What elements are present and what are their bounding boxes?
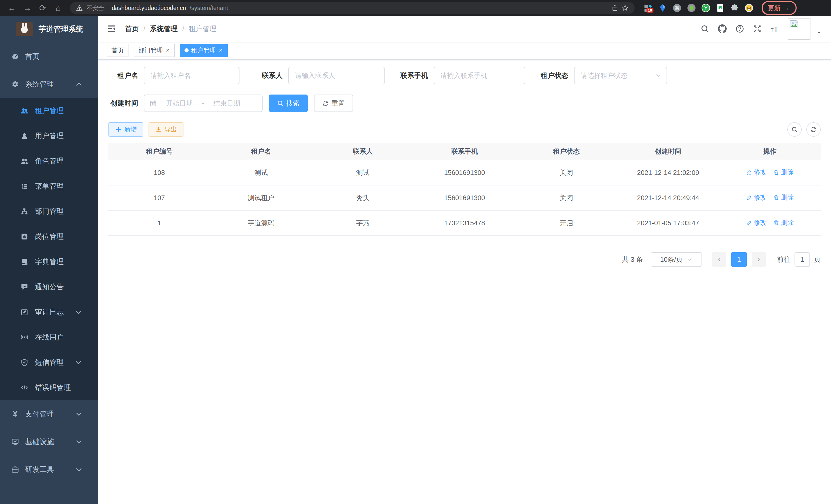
page-size-select[interactable]: 10条/页 (651, 252, 702, 267)
tab-租户管理[interactable]: 租户管理× (180, 44, 228, 57)
docs-glyph (716, 4, 725, 12)
search-icon (700, 24, 709, 33)
sidebar-item-岗位管理[interactable]: 岗位管理 (0, 224, 98, 249)
avatar-caret-down-icon[interactable] (816, 30, 822, 35)
refresh-table-button[interactable] (806, 122, 821, 137)
navbar-search-button[interactable] (700, 24, 709, 33)
next-page-button[interactable]: › (752, 252, 766, 267)
add-button[interactable]: 新增 (109, 122, 143, 137)
breadcrumb-separator: / (182, 25, 184, 33)
sidebar-item-角色管理[interactable]: 角色管理 (0, 148, 98, 174)
tab-close-icon[interactable]: × (166, 47, 170, 53)
sidebar-item-用户管理[interactable]: 用户管理 (0, 123, 98, 148)
export-button[interactable]: 导出 (148, 122, 183, 137)
breadcrumb-item[interactable]: 首页 (125, 24, 139, 33)
sidebar-item-在线用户[interactable]: 在线用户 (0, 325, 98, 350)
navbar-help-button[interactable] (736, 24, 744, 33)
sidebar-item-错误码管理[interactable]: 错误码管理 (0, 375, 98, 400)
sidebar-item-字典管理[interactable]: 字典管理 (0, 249, 98, 274)
edit-link[interactable]: 修改 (746, 193, 767, 202)
mobile-input[interactable] (434, 67, 525, 84)
browser-menu-icon[interactable]: ⋮ (785, 5, 791, 11)
cell-mobile: 15601691300 (414, 185, 515, 210)
breadcrumb: 首页/系统管理/租户管理 (125, 24, 217, 33)
navbar-github-button[interactable] (718, 24, 727, 33)
sidebar-item-基础设施[interactable]: 基础设施 (0, 428, 98, 456)
not-secure-warning-icon (76, 5, 83, 11)
app-title: 芋道管理系统 (38, 24, 83, 34)
delete-link[interactable]: 删除 (773, 168, 794, 176)
tab-close-icon[interactable]: × (219, 47, 223, 53)
show-search-toggle-button[interactable] (787, 122, 802, 137)
extension-record-icon[interactable] (687, 4, 696, 12)
browser-home-button[interactable]: ⌂ (51, 1, 65, 14)
cell-actions: 修改删除 (719, 210, 821, 236)
breadcrumb-item[interactable]: 系统管理 (150, 24, 178, 33)
address-bar[interactable]: 不安全 dashboard.yudao.iocoder.cn/system/te… (70, 2, 635, 14)
reset-button[interactable]: 重置 (314, 94, 353, 112)
sidebar-item-通知公告[interactable]: 通知公告 (0, 274, 98, 299)
browser-update-button[interactable]: 更新 ⋮ (762, 1, 797, 15)
browser-reload-button[interactable]: ⟳ (36, 1, 49, 14)
plus-icon (115, 126, 122, 133)
sidebar-item-短信管理[interactable]: 短信管理 (0, 350, 98, 375)
cell-created: 2021-01-05 17:03:47 (617, 210, 719, 236)
sidebar-item-研发工具[interactable]: 研发工具 (0, 456, 98, 483)
cell-mobile: 15601691300 (414, 160, 515, 185)
extension-grid-icon[interactable]: 10 (644, 4, 653, 12)
extension-emoji-icon[interactable] (745, 4, 753, 12)
start-date-input[interactable] (160, 99, 199, 108)
navbar-fullscreen-button[interactable] (753, 24, 762, 33)
sidebar-item-首页[interactable]: 首页 (0, 42, 98, 70)
sidebar-item-租户管理[interactable]: 租户管理 (0, 98, 98, 123)
tab-首页[interactable]: 首页 (107, 44, 128, 57)
breadcrumb-item[interactable]: 租户管理 (189, 24, 217, 33)
org-icon (21, 208, 28, 215)
edit-link[interactable]: 修改 (746, 168, 767, 176)
extension-kite-icon[interactable] (658, 4, 667, 12)
extension-puzzle-icon[interactable] (730, 4, 739, 12)
browser-forward-button[interactable]: → (21, 1, 34, 14)
tenant-name-input[interactable] (144, 67, 239, 84)
navbar-fontsize-button[interactable] (770, 24, 779, 33)
edit-label: 修改 (754, 193, 767, 202)
extension-docs-icon[interactable] (716, 4, 725, 12)
sidebar-item-审计日志[interactable]: 审计日志 (0, 299, 98, 325)
table-row: 107测试租户秃头15601691300关闭2021-12-14 20:49:4… (109, 185, 821, 210)
share-icon[interactable] (611, 5, 618, 11)
bookmark-star-icon[interactable] (622, 5, 629, 11)
tab-部门管理[interactable]: 部门管理× (134, 44, 175, 57)
goto-page-input[interactable] (795, 252, 810, 267)
browser-back-button[interactable]: ← (5, 1, 19, 14)
edit-icon (746, 169, 752, 175)
page-1-button[interactable]: 1 (731, 252, 747, 267)
app-logo-row[interactable]: 芋道管理系统 (0, 16, 98, 42)
create-time-range-picker[interactable]: - (144, 94, 263, 112)
sidebar-item-部门管理[interactable]: 部门管理 (0, 199, 98, 224)
sidebar-item-label: 字典管理 (35, 257, 64, 267)
avatar[interactable] (788, 18, 810, 39)
delete-link[interactable]: 删除 (773, 218, 794, 227)
calendar-icon (149, 100, 157, 107)
contact-input[interactable] (288, 67, 385, 84)
cell-contact: 芋艿 (312, 210, 414, 236)
column-header: 租户编号 (109, 143, 210, 160)
prev-page-button[interactable]: ‹ (712, 252, 726, 267)
edit-link[interactable]: 修改 (746, 218, 767, 227)
sidebar-item-支付管理[interactable]: 支付管理 (0, 400, 98, 428)
search-button[interactable]: 搜索 (269, 94, 308, 112)
end-date-input[interactable] (207, 99, 247, 108)
status-select[interactable]: 请选择租户状态 (574, 67, 667, 84)
sidebar-item-label: 基础设施 (25, 437, 54, 447)
sidebar-item-菜单管理[interactable]: 菜单管理 (0, 174, 98, 199)
sidebar-collapse-icon[interactable] (107, 24, 116, 33)
extension-command-icon[interactable]: ⌘ (673, 4, 682, 12)
url-path: /system/tenant (190, 5, 228, 11)
sidebar-item-label: 审计日志 (35, 307, 64, 317)
sidebar-item-系统管理[interactable]: 系统管理 (0, 70, 98, 98)
yudao-glyph: Y (701, 4, 710, 12)
chevron-down-icon (75, 308, 82, 316)
delete-link[interactable]: 删除 (773, 193, 794, 202)
extension-yudao-icon[interactable]: Y (701, 4, 710, 12)
pagination: 共 3 条 10条/页 ‹ 1 › 前往 页 (109, 252, 821, 267)
